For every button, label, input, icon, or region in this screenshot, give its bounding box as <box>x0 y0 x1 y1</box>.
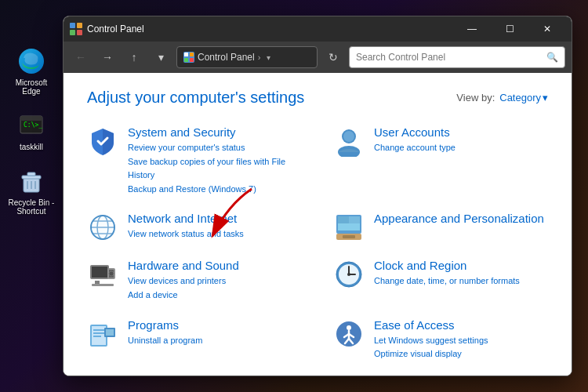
desktop: Microsoft Edge C:\>_ taskkill <box>0 0 588 392</box>
view-by-control: View by: Category ▾ <box>456 92 548 103</box>
hardware-sound-text: Hardware and Sound View devices and prin… <box>128 259 239 302</box>
user-accounts-text: User Accounts Change account type <box>374 125 456 155</box>
programs-link-0[interactable]: Uninstall a program <box>128 334 202 348</box>
maximize-button[interactable]: ☐ <box>492 16 528 42</box>
svg-rect-48 <box>93 329 104 331</box>
system-security-category[interactable]: System and Security Review your computer… <box>87 125 302 196</box>
svg-rect-11 <box>77 23 82 28</box>
network-internet-category[interactable]: Network and Internet View network status… <box>87 212 302 243</box>
svg-point-20 <box>343 131 354 142</box>
recycle-icon-image <box>17 167 45 195</box>
user-accounts-link-0[interactable]: Change account type <box>374 141 456 155</box>
address-dropdown[interactable]: ▾ <box>267 53 270 62</box>
taskkill-label: taskkill <box>20 143 43 151</box>
minimize-button[interactable]: — <box>454 16 490 42</box>
svg-rect-52 <box>106 329 114 336</box>
svg-rect-50 <box>93 336 101 337</box>
addressbar: ← → ↑ ▾ Control Panel › ▾ ↻ <box>64 42 572 73</box>
appearance-text: Appearance and Personalization <box>374 212 544 227</box>
system-security-link-0[interactable]: Review your computer's status <box>128 141 302 155</box>
clock-region-icon <box>333 259 365 290</box>
close-button[interactable]: ✕ <box>529 16 565 42</box>
ease-access-link-0[interactable]: Let Windows suggest settings <box>374 334 488 348</box>
network-internet-title[interactable]: Network and Internet <box>128 212 244 225</box>
svg-rect-10 <box>70 23 75 28</box>
titlebar-app-icon <box>70 23 82 35</box>
titlebar-title: Control Panel <box>87 24 454 34</box>
system-security-icon <box>87 125 118 157</box>
hardware-sound-link-1[interactable]: Add a device <box>128 289 239 303</box>
user-accounts-category[interactable]: User Accounts Change account type <box>333 125 548 196</box>
clock-region-title[interactable]: Clock and Region <box>374 259 520 272</box>
titlebar: Control Panel — ☐ ✕ <box>64 16 572 42</box>
programs-text: Programs Uninstall a program <box>128 318 202 348</box>
user-accounts-title[interactable]: User Accounts <box>374 125 456 139</box>
appearance-icon <box>333 212 365 243</box>
control-panel-window: Control Panel — ☐ ✕ ← → ↑ ▾ <box>63 16 572 376</box>
programs-title[interactable]: Programs <box>128 318 202 332</box>
ease-access-category[interactable]: Ease of Access Let Windows suggest setti… <box>333 318 548 361</box>
network-internet-icon <box>87 212 118 243</box>
view-by-label: View by: <box>456 92 495 103</box>
svg-rect-31 <box>338 216 349 223</box>
appearance-category[interactable]: Appearance and Personalization <box>333 212 548 243</box>
system-security-title[interactable]: System and Security <box>128 125 302 139</box>
svg-rect-13 <box>77 30 82 35</box>
refresh-button[interactable]: ↻ <box>322 46 344 68</box>
page-title: Adjust your computer's settings <box>87 89 304 107</box>
desktop-icons: Microsoft Edge C:\>_ taskkill <box>8 47 55 216</box>
hardware-sound-icon <box>87 259 118 290</box>
ease-access-icon <box>333 318 365 350</box>
search-bar[interactable]: 🔍 <box>349 46 565 68</box>
search-icon: 🔍 <box>546 52 558 63</box>
content-area: Adjust your computer's settings View by:… <box>64 73 572 376</box>
content-header: Adjust your computer's settings View by:… <box>87 89 548 107</box>
svg-rect-33 <box>338 223 360 230</box>
chevron-down-icon: ▾ <box>543 92 548 103</box>
back-button[interactable]: ← <box>70 46 92 68</box>
svg-rect-16 <box>184 58 188 62</box>
svg-point-38 <box>109 271 114 276</box>
hardware-sound-category[interactable]: Hardware and Sound View devices and prin… <box>87 259 302 302</box>
svg-point-54 <box>347 325 351 330</box>
recycle-bin-label: Recycle Bin -Shortcut <box>9 198 55 216</box>
svg-rect-15 <box>190 53 194 56</box>
svg-rect-5 <box>22 176 41 179</box>
address-field[interactable]: Control Panel › ▾ <box>176 46 318 68</box>
svg-point-45 <box>347 273 350 276</box>
taskkill-icon[interactable]: C:\>_ taskkill <box>8 111 55 151</box>
svg-rect-32 <box>349 216 360 223</box>
svg-rect-40 <box>92 284 114 286</box>
taskkill-icon-image: C:\>_ <box>17 111 45 140</box>
view-by-value[interactable]: Category ▾ <box>499 92 548 103</box>
programs-category[interactable]: Programs Uninstall a program <box>87 318 302 361</box>
edge-label: Microsoft Edge <box>8 78 55 96</box>
hardware-sound-title[interactable]: Hardware and Sound <box>128 259 239 272</box>
forward-button[interactable]: → <box>96 46 118 68</box>
ease-access-text: Ease of Access Let Windows suggest setti… <box>374 318 488 361</box>
up-button[interactable]: ↑ <box>123 46 145 68</box>
svg-text:C:\>_: C:\>_ <box>24 122 42 129</box>
hardware-sound-link-0[interactable]: View devices and printers <box>128 274 239 289</box>
clock-region-link-0[interactable]: Change date, time, or number formats <box>374 274 520 289</box>
ease-access-link-1[interactable]: Optimize visual display <box>374 347 488 361</box>
recent-button[interactable]: ▾ <box>150 46 172 68</box>
system-security-link-1[interactable]: Save backup copies of your files with Fi… <box>128 155 302 183</box>
system-security-link-2[interactable]: Backup and Restore (Windows 7) <box>128 183 302 197</box>
system-security-text: System and Security Review your computer… <box>128 125 302 196</box>
microsoft-edge-icon[interactable]: Microsoft Edge <box>8 47 55 96</box>
network-internet-link-0[interactable]: View network status and tasks <box>128 227 244 241</box>
svg-rect-49 <box>93 332 104 334</box>
programs-icon <box>87 318 118 350</box>
svg-point-26 <box>92 216 114 238</box>
recycle-bin-icon[interactable]: Recycle Bin -Shortcut <box>8 167 55 216</box>
appearance-title[interactable]: Appearance and Personalization <box>374 212 544 225</box>
clock-region-category[interactable]: Clock and Region Change date, time, or n… <box>333 259 548 302</box>
svg-rect-35 <box>92 267 107 278</box>
svg-rect-30 <box>343 235 355 238</box>
search-input[interactable] <box>356 52 543 63</box>
ease-access-title[interactable]: Ease of Access <box>374 318 488 332</box>
categories-grid: System and Security Review your computer… <box>87 125 548 361</box>
svg-rect-17 <box>190 58 194 62</box>
svg-rect-39 <box>95 281 100 284</box>
